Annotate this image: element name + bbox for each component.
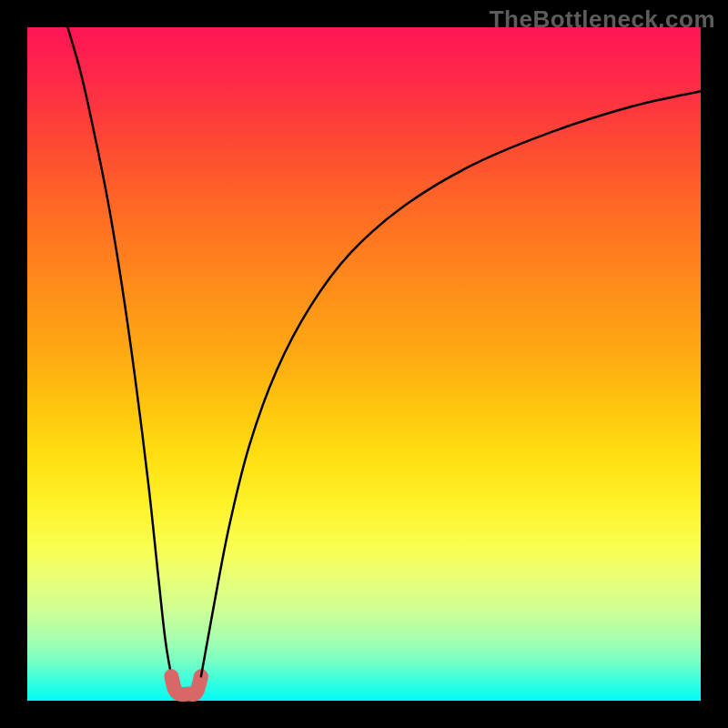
curve-svg xyxy=(27,27,701,701)
left-branch-line xyxy=(67,27,171,676)
chart-container: TheBottleneck.com xyxy=(0,0,728,728)
plot-area xyxy=(27,27,701,701)
right-branch-line xyxy=(201,91,701,676)
valley-marker xyxy=(171,676,201,694)
watermark-text: TheBottleneck.com xyxy=(490,5,715,34)
